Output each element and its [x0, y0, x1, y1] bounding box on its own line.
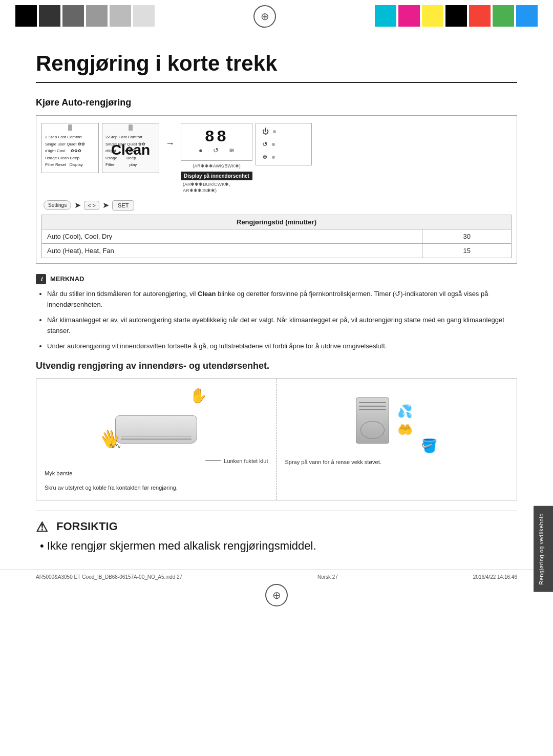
- dot-2: [272, 143, 275, 146]
- print-marks: ⊕: [0, 0, 553, 31]
- spray-hands: 💦 🤲: [397, 404, 413, 437]
- remote-panel-2: 2-Step Fast Comfort Single user Quiet ✿✿…: [102, 123, 159, 173]
- page-title: Rengjøring i korte trekk: [36, 51, 517, 83]
- caption-cloth: Lunken fuktet klut: [224, 458, 268, 464]
- display-digits: 88: [185, 128, 248, 146]
- caption-left-bottom: Skru av utstyret og koble fra kontakten …: [45, 484, 268, 492]
- table-cell-value-1: 30: [422, 229, 512, 243]
- forsiktig-header: FORSIKTIG: [36, 519, 517, 533]
- side-tab: Rengjøring og vedlikehold: [534, 506, 553, 592]
- forsiktig-label: FORSIKTIG: [56, 520, 118, 533]
- caption-right: Spray på vann for å rense vekk støvet.: [285, 458, 509, 467]
- display-label: Display på innendørsenhet: [181, 172, 252, 180]
- compass-icon: ⊕: [253, 5, 276, 28]
- brush-label-row: Myk børste: [45, 470, 268, 476]
- remote-text-1: 2 Step Fast Comfort Single user Quiet ✿✿…: [45, 134, 95, 169]
- bucket-icon: 🪣: [421, 438, 437, 454]
- warning-icon: [36, 519, 51, 533]
- color-mark-yellow: [422, 5, 443, 27]
- table-cell-label-2: Auto (Heat), Heat, Fan: [42, 243, 422, 258]
- power-row-3: ❄: [262, 153, 305, 161]
- compass-icon-bottom: ⊕: [265, 584, 288, 606]
- caption-brush: Myk børste: [45, 470, 72, 476]
- spray-icon-1: 💦: [397, 404, 413, 418]
- spray-icon-2: 🤲: [397, 423, 413, 437]
- merknad-list: Når du stiller inn tidsmåleren for autor…: [36, 288, 517, 351]
- power-panel: ⏻ ↺ ❄: [256, 123, 312, 165]
- cleaning-time-table: Rengjøringstid (minutter) Auto (Cool), C…: [41, 215, 512, 258]
- set-button[interactable]: SET: [112, 200, 134, 211]
- color-mark-magenta: [398, 5, 420, 27]
- page-number: Norsk 27: [317, 574, 338, 580]
- dot-3: [272, 156, 275, 159]
- bottom-arrow-row: Settings ➤ < > ➤ SET: [41, 198, 512, 213]
- list-item: Når klimaanlegget er av, vil autorengjør…: [47, 314, 517, 337]
- color-mark-green: [493, 5, 514, 27]
- cleaning-right: 💦 🤲 🪣 Spray på vann for å rense vekk stø…: [277, 379, 517, 500]
- fan-icon: ❄: [262, 153, 268, 161]
- power-icon: ⏻: [262, 128, 269, 135]
- display-panel: 88 ● ↺ ≋: [181, 123, 252, 161]
- merknad-section: 𝔦 MERKNAD Når du stiller inn tidsmåleren…: [36, 274, 517, 351]
- list-item: Under autorengjøring vil innendørsviften…: [47, 341, 517, 351]
- forsiktig-section: FORSIKTIG • Ikke rengjør skjermen med al…: [36, 511, 517, 554]
- cleaning-diagram: 2 Step Fast Comfort Single user Quiet ✿✿…: [36, 115, 517, 264]
- settings-button[interactable]: Settings: [44, 200, 71, 210]
- print-mark-6: [133, 5, 155, 27]
- cleaning-images-box: 🖐 ∿∿ ✋ Lunken fuktet klut Myk børste Skr…: [36, 379, 517, 501]
- color-mark-red: [469, 5, 491, 27]
- indoor-illustration: 🖐 ∿∿ ✋: [100, 387, 212, 454]
- table-cell-label-1: Auto (Cool), Cool, Dry: [42, 229, 422, 243]
- section2-heading: Utvendig rengjøring av innendørs- og ute…: [36, 361, 517, 371]
- merknad-label: MERKNAD: [50, 275, 84, 283]
- print-mark-4: [86, 5, 108, 27]
- circle-icon-1: ●: [199, 146, 203, 154]
- footer-right: 2016/4/22 14:16:46: [473, 574, 517, 580]
- arrow-icon-3: ➤: [102, 200, 109, 210]
- display-model-1: (AR✱✱✱AWK/BWK✱): [181, 163, 252, 170]
- color-mark-cyan: [375, 5, 396, 27]
- page-footer: AR5000&A3050 ET Good_IB_DB68-06157A-00_N…: [0, 570, 553, 584]
- merknad-icon: 𝔦: [36, 274, 46, 284]
- wave-icon: ≋: [229, 146, 235, 154]
- main-content: Rengjøring i korte trekk Kjøre Auto-reng…: [0, 31, 553, 564]
- display-icons: ● ↺ ≋: [185, 146, 248, 154]
- cloth-label-row: Lunken fuktet klut: [45, 458, 268, 464]
- hand-cloth-icon: ✋: [189, 387, 207, 404]
- forsiktig-text: • Ikke rengjør skjermen med alkalisk ren…: [40, 537, 517, 554]
- ac-unit: [115, 415, 197, 444]
- clean-label: Clean: [111, 139, 150, 162]
- table-header: Rengjøringstid (minutter): [42, 215, 512, 229]
- color-mark-black: [445, 5, 467, 27]
- arrow-icon-2: ➤: [74, 200, 81, 210]
- clock-icon: ↺: [262, 140, 268, 148]
- print-mark-5: [110, 5, 131, 27]
- print-mark-1: [15, 5, 37, 27]
- brush-symbol: ∿∿: [109, 442, 121, 450]
- table-row: Auto (Heat), Heat, Fan 15: [42, 243, 512, 258]
- table-row: Auto (Cool), Cool, Dry 30: [42, 229, 512, 243]
- power-row-1: ⏻: [262, 128, 305, 135]
- print-mark-2: [39, 5, 60, 27]
- cleaning-left: 🖐 ∿∿ ✋ Lunken fuktet klut Myk børste Skr…: [36, 379, 277, 500]
- color-mark-blue: [516, 5, 538, 27]
- outdoor-unit: [356, 397, 389, 444]
- footer-left: AR5000&A3050 ET Good_IB_DB68-06157A-00_N…: [36, 574, 182, 580]
- power-row-2: ↺: [262, 140, 305, 148]
- indoor-labels: Lunken fuktet klut Myk børste: [45, 458, 268, 476]
- timer-icon: ↺: [213, 146, 219, 154]
- dot-1: [273, 130, 276, 133]
- print-marks-right: [375, 5, 538, 27]
- section1-heading: Kjøre Auto-rengjøring: [36, 97, 517, 108]
- merknad-header: 𝔦 MERKNAD: [36, 274, 517, 284]
- display-unit-col: 88 ● ↺ ≋ (AR✱✱✱AWK/BWK✱) Display på inne…: [181, 123, 252, 195]
- nav-button[interactable]: < >: [84, 201, 99, 210]
- remote-panel-1: 2 Step Fast Comfort Single user Quiet ✿✿…: [41, 123, 99, 173]
- arrow-icon-1: →: [165, 138, 175, 149]
- print-mark-3: [62, 5, 84, 27]
- list-item: Når du stiller inn tidsmåleren for autor…: [47, 288, 517, 310]
- print-marks-left: [15, 5, 155, 27]
- table-cell-value-2: 15: [422, 243, 512, 258]
- bottom-compass: ⊕: [0, 584, 553, 612]
- display-model-2: (AR✱✱✱BUR/CWK✱, AR✱✱✱JS✱✱): [181, 180, 252, 195]
